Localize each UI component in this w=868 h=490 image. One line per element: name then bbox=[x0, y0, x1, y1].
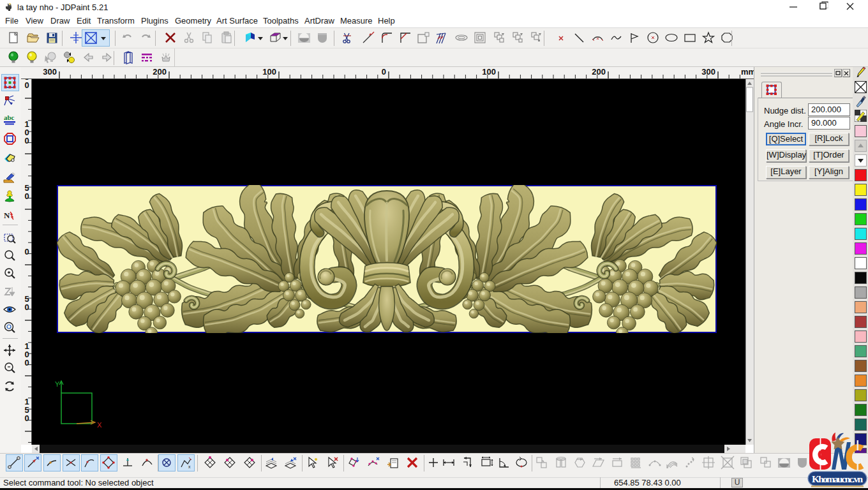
svg-text:x: x bbox=[188, 464, 191, 469]
svg-text:X: X bbox=[97, 421, 102, 429]
svg-text:N: N bbox=[4, 211, 10, 220]
svg-text:Y: Y bbox=[55, 380, 60, 388]
svg-text:Khomaucnc.vn: Khomaucnc.vn bbox=[812, 473, 863, 484]
svg-text:abc: abc bbox=[4, 114, 15, 121]
